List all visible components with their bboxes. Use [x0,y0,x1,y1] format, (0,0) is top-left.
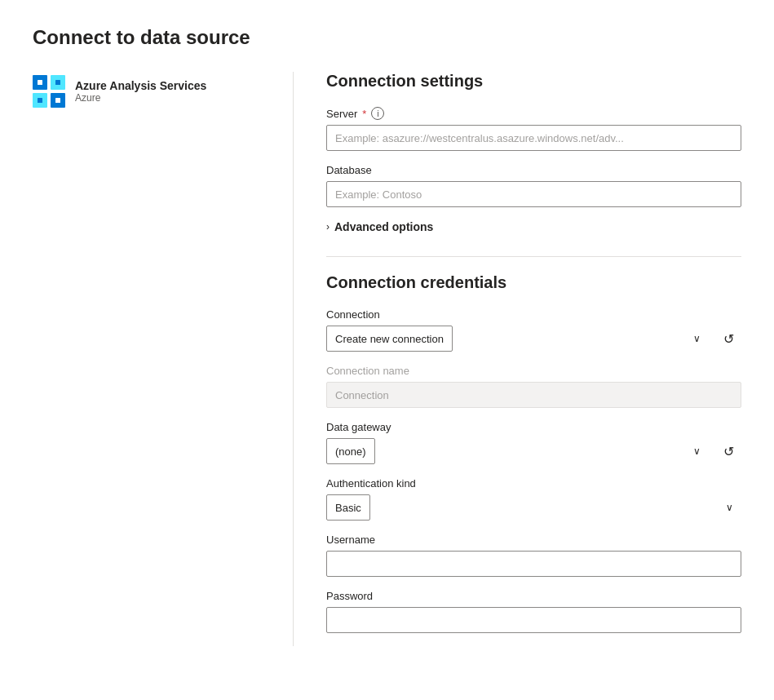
password-label: Password [326,590,741,602]
password-field-group: Password [326,590,741,633]
connection-label-text: Connection [326,308,380,321]
gateway-refresh-icon: ↺ [723,444,734,459]
server-field-group: Server * i [326,107,741,151]
svg-rect-5 [55,80,60,85]
auth-kind-dropdown-chevron-icon: ∨ [726,502,733,513]
connection-dropdown-wrapper: Create new connection ∨ [326,326,709,352]
page-container: Connect to data source [0,0,774,679]
auth-kind-field-group: Authentication kind Basic ∨ [326,477,741,521]
advanced-options-toggle[interactable]: › Advanced options [326,220,741,233]
connection-dropdown-chevron-icon: ∨ [693,333,701,344]
data-gateway-refresh-button[interactable]: ↺ [715,438,741,464]
username-field-group: Username [326,534,741,577]
advanced-options-chevron-icon: › [326,221,330,233]
server-required-indicator: * [362,108,366,120]
refresh-icon: ↺ [723,331,734,347]
auth-kind-label: Authentication kind [326,477,741,490]
data-gateway-dropdown-container: (none) ∨ ↺ [326,438,741,464]
service-info: Azure Analysis Services Azure [75,79,206,104]
server-input[interactable] [326,125,741,151]
left-panel: Azure Analysis Services Azure [33,72,294,646]
database-field-label: Database [326,164,741,176]
svg-rect-7 [55,98,60,103]
username-label: Username [326,534,741,546]
connection-name-input[interactable] [326,382,741,408]
service-item[interactable]: Azure Analysis Services Azure [33,75,267,108]
data-gateway-label: Data gateway [326,421,741,433]
data-gateway-dropdown-wrapper: (none) ∨ [326,438,709,464]
password-label-text: Password [326,590,373,602]
content-area: Azure Analysis Services Azure Connection… [33,72,741,646]
connection-credentials-title: Connection credentials [326,273,741,292]
auth-kind-dropdown-wrapper: Basic ∨ [326,494,741,521]
connection-settings-section: Connection settings Server * i Database [326,72,741,233]
connection-dropdown-container: Create new connection ∨ ↺ [326,326,741,352]
server-info-icon[interactable]: i [371,107,384,120]
service-category: Azure [75,92,206,104]
connection-settings-title: Connection settings [326,72,741,91]
database-label-text: Database [326,164,372,176]
data-gateway-label-text: Data gateway [326,421,391,433]
data-gateway-field-group: Data gateway (none) ∨ ↺ [326,421,741,464]
connection-name-field-group: Connection name [326,365,741,408]
connection-name-label-text: Connection name [326,365,409,377]
page-title: Connect to data source [33,26,741,49]
server-field-label: Server * i [326,107,741,120]
service-name: Azure Analysis Services [75,79,206,92]
database-input[interactable] [326,181,741,207]
username-input[interactable] [326,551,741,577]
connection-refresh-button[interactable]: ↺ [715,326,741,352]
connection-field-label: Connection [326,308,741,321]
server-label-text: Server [326,108,357,120]
connection-name-label: Connection name [326,365,741,377]
section-divider [326,256,741,257]
right-panel: Connection settings Server * i Database [294,72,741,646]
database-field-group: Database [326,164,741,207]
svg-rect-6 [38,98,42,103]
connection-credentials-section: Connection credentials Connection Create… [326,273,741,633]
username-label-text: Username [326,534,375,546]
svg-rect-4 [38,80,42,85]
advanced-options-label: Advanced options [334,220,433,233]
auth-kind-label-text: Authentication kind [326,477,416,490]
password-input[interactable] [326,607,741,633]
azure-analysis-services-icon [33,75,65,108]
data-gateway-dropdown[interactable]: (none) [326,438,375,464]
connection-dropdown[interactable]: Create new connection [326,326,453,352]
connection-field-group: Connection Create new connection ∨ ↺ [326,308,741,352]
auth-kind-dropdown[interactable]: Basic [326,494,370,521]
data-gateway-dropdown-chevron-icon: ∨ [693,445,701,457]
